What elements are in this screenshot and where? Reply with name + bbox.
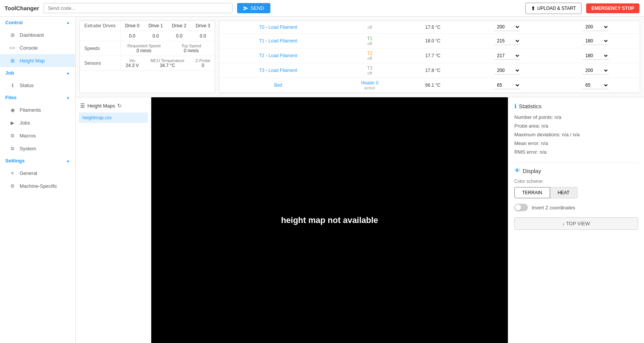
heater-designation: T1 bbox=[367, 36, 372, 41]
files-section-header[interactable]: Files ▲ bbox=[0, 92, 75, 103]
heater-name-link[interactable]: T0 bbox=[259, 25, 264, 30]
sidebar-item-dashboard[interactable]: ⊞ Dashboard bbox=[0, 28, 75, 41]
heater-designation: T3 bbox=[367, 65, 372, 71]
heater-temp: 17.7 °C bbox=[403, 48, 463, 63]
display-icon: 👁 bbox=[514, 167, 520, 174]
heater-active-select[interactable]: 215 bbox=[494, 37, 520, 45]
load-filament-link[interactable]: Load Filament bbox=[268, 25, 297, 30]
invert-label: Invert Z coordinates bbox=[532, 205, 575, 210]
height-map-icon: ⊞ bbox=[9, 57, 16, 64]
drive2-label: Drive 2 bbox=[168, 21, 191, 31]
heater-standby-select[interactable]: 200 bbox=[582, 67, 609, 75]
macros-icon: ⚙ bbox=[9, 132, 16, 139]
sidebar-item-macros[interactable]: ⚙ Macros bbox=[0, 129, 75, 142]
heater-name-link[interactable]: T1 bbox=[259, 38, 264, 44]
job-section-header[interactable]: Job ▲ bbox=[0, 67, 75, 79]
heaters-card: T0 - Load Filamentoff17.6 °C200200T1 - L… bbox=[219, 20, 640, 93]
drives-card: Extruder Drives Drive 0 Drive 1 Drive 2 … bbox=[79, 20, 215, 93]
heater-name-link[interactable]: Bed bbox=[274, 83, 282, 88]
statistics-title: ℹ Statistics bbox=[514, 103, 638, 110]
heater-standby-select[interactable]: 200 bbox=[582, 23, 609, 31]
heater-status: active bbox=[341, 86, 398, 90]
top-content-panel: Extruder Drives Drive 0 Drive 1 Drive 2 … bbox=[76, 17, 644, 97]
sidebar-item-machine-specific[interactable]: ⚙ Machine-Specific bbox=[0, 179, 75, 192]
hm-canvas-text: height map not available bbox=[281, 215, 378, 225]
upload-start-button[interactable]: ⬆ UPLOAD & START bbox=[525, 3, 582, 14]
heater-active-select[interactable]: 65 bbox=[494, 81, 520, 89]
emergency-stop-button[interactable]: EMERGENCY STOP bbox=[586, 3, 639, 13]
heater-name-link[interactable]: T3 bbox=[259, 68, 264, 73]
system-icon: ⚙ bbox=[9, 145, 16, 152]
heater-designation: Heater 0 bbox=[361, 80, 379, 86]
job-chevron-icon: ▲ bbox=[66, 71, 70, 75]
sidebar-item-system[interactable]: ⚙ System bbox=[0, 142, 75, 155]
probe-area-row: Probe area: n/a bbox=[514, 123, 638, 129]
num-points-row: Number of points: n/a bbox=[514, 114, 638, 120]
divider bbox=[514, 162, 638, 163]
invert-toggle[interactable] bbox=[514, 204, 528, 211]
sidebar-item-filaments[interactable]: ◉ Filaments bbox=[0, 103, 75, 116]
heater-active-select[interactable]: 217 bbox=[494, 52, 520, 60]
hm-file-item[interactable]: heightmap.csv bbox=[79, 112, 148, 123]
display-title: 👁 Display bbox=[514, 167, 638, 174]
top-speed-val: 0 mm/s bbox=[172, 48, 211, 53]
sensors-row: Sensors Vin 24.3 V MCU Temperature 34.7 … bbox=[80, 56, 215, 71]
sidebar-item-jobs[interactable]: ▶ Jobs bbox=[0, 116, 75, 129]
sidebar-item-general[interactable]: ≡ General bbox=[0, 167, 75, 179]
send-button[interactable]: SEND bbox=[237, 3, 270, 13]
drive0-val: 0.0 bbox=[120, 31, 144, 41]
color-scheme-label: Color scheme: bbox=[514, 179, 638, 184]
files-chevron-icon: ▲ bbox=[66, 95, 70, 100]
display-section: 👁 Display Color scheme: TERRAIN HEAT Inv… bbox=[514, 167, 638, 230]
toggle-knob bbox=[515, 204, 521, 210]
top-view-button[interactable]: ↓ TOP VIEW bbox=[514, 217, 638, 230]
heater-standby-select[interactable]: 180 bbox=[582, 37, 609, 45]
drive3-label: Drive 3 bbox=[191, 21, 215, 31]
speeds-label: Speeds bbox=[80, 41, 120, 56]
heater-row: T2 - Load FilamentT2off17.7 °C217180 bbox=[219, 48, 640, 63]
zprobe-val: 0 bbox=[196, 63, 211, 68]
load-filament-link[interactable]: Load Filament bbox=[268, 38, 297, 44]
heater-active-select[interactable]: 200 bbox=[494, 67, 520, 75]
refresh-icon[interactable]: ↻ bbox=[117, 103, 122, 109]
heater-row: T3 - Load FilamentT3off17.8 °C200200 bbox=[219, 63, 640, 78]
rms-error-row: RMS error: n/a bbox=[514, 149, 638, 155]
sidebar-item-console[interactable]: <> Console bbox=[0, 41, 75, 54]
sidebar-item-height-map[interactable]: ⊞ Height Map bbox=[0, 54, 75, 67]
filaments-icon: ◉ bbox=[9, 106, 16, 113]
heater-standby-select[interactable]: 180 bbox=[582, 52, 609, 60]
heater-active-select[interactable]: 200 bbox=[494, 23, 520, 31]
vin-val: 24.3 V bbox=[125, 63, 140, 68]
top-bar: ToolChanger SEND ⬆ UPLOAD & START EMERGE… bbox=[0, 0, 644, 17]
heater-status: off bbox=[341, 71, 398, 75]
jobs-icon: ▶ bbox=[9, 119, 16, 126]
vin-label: Vin bbox=[125, 58, 140, 63]
heater-status: off bbox=[341, 56, 398, 61]
heaters-table: T0 - Load Filamentoff17.6 °C200200T1 - L… bbox=[219, 21, 640, 93]
top-speed-label: Top Speed bbox=[172, 44, 211, 48]
right-main: Extruder Drives Drive 0 Drive 1 Drive 2 … bbox=[76, 17, 644, 343]
drive1-label: Drive 1 bbox=[144, 21, 168, 31]
control-chevron-icon: ▲ bbox=[66, 20, 70, 25]
heater-standby-select[interactable]: 65 bbox=[582, 81, 609, 89]
machine-specific-icon: ⚙ bbox=[9, 182, 16, 189]
heater-temp: 17.8 °C bbox=[403, 63, 463, 78]
load-filament-link[interactable]: Load Filament bbox=[268, 53, 297, 58]
send-code-input[interactable] bbox=[43, 3, 233, 13]
hm-canvas: height map not available bbox=[151, 97, 508, 343]
heater-name-link[interactable]: T2 bbox=[259, 53, 264, 58]
heater-temp: 66.1 °C bbox=[403, 78, 463, 93]
bottom-area: ☰ Height Maps ↻ heightmap.csv height map… bbox=[76, 97, 644, 343]
control-section-header[interactable]: Control ▲ bbox=[0, 17, 75, 28]
zprobe-label: Z-Probe bbox=[196, 58, 211, 63]
general-icon: ≡ bbox=[9, 170, 16, 176]
settings-section-header[interactable]: Settings ▲ bbox=[0, 155, 75, 167]
brand-title: ToolChanger bbox=[5, 5, 39, 11]
statistics-section: ℹ Statistics Number of points: n/a Probe… bbox=[514, 103, 638, 155]
drive2-val: 0.0 bbox=[168, 31, 191, 41]
terrain-button[interactable]: TERRAIN bbox=[514, 187, 550, 198]
heat-button[interactable]: HEAT bbox=[550, 187, 577, 198]
load-filament-link[interactable]: Load Filament bbox=[268, 68, 297, 73]
sidebar-item-status[interactable]: ℹ Status bbox=[0, 79, 75, 92]
info-icon: ℹ bbox=[514, 103, 517, 110]
